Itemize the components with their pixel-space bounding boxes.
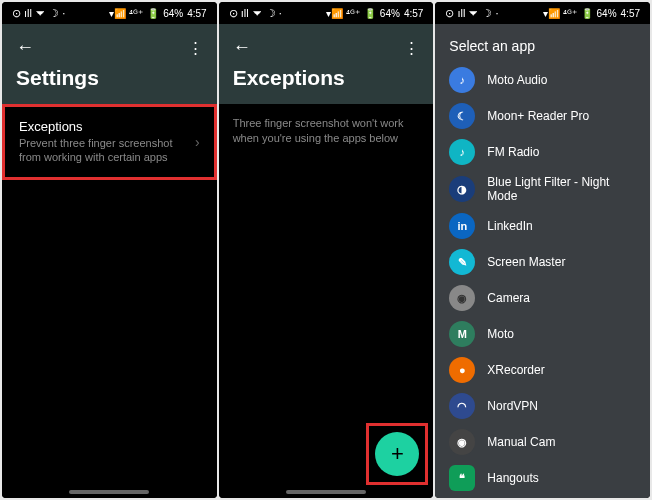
battery-text: 64% — [380, 8, 400, 19]
status-bar: ⊙ ıll ⏷ ☽ · ▾📶 ⁴ᴳ⁺ 🔋 64% 4:57 — [2, 2, 217, 24]
battery-text: 64% — [163, 8, 183, 19]
app-bar: ← ⋮ Settings — [2, 24, 217, 104]
status-icons-left: ⊙ ıll ⏷ ☽ · — [229, 7, 282, 20]
battery-text: 64% — [597, 8, 617, 19]
sheet-title: Select an app — [435, 34, 650, 62]
screen-settings: ⊙ ıll ⏷ ☽ · ▾📶 ⁴ᴳ⁺ 🔋 64% 4:57 ← ⋮ Settin… — [2, 2, 217, 498]
signal-icon: ▾📶 ⁴ᴳ⁺ — [109, 8, 143, 19]
app-row[interactable]: ✎Screen Master — [435, 244, 650, 280]
app-name-label: Screen Master — [487, 255, 565, 269]
app-icon: ◠ — [449, 393, 475, 419]
back-icon[interactable]: ← — [233, 38, 251, 56]
clock-text: 4:57 — [187, 8, 206, 19]
signal-icon: ▾📶 ⁴ᴳ⁺ — [326, 8, 360, 19]
signal-icon: ▾📶 ⁴ᴳ⁺ — [543, 8, 577, 19]
app-name-label: Moto — [487, 327, 514, 341]
content-area: Three finger screenshot won't work when … — [219, 104, 434, 498]
app-row[interactable]: ☾Moon+ Reader Pro — [435, 98, 650, 134]
highlight-box — [366, 423, 428, 485]
app-name-label: Hangouts — [487, 471, 538, 485]
battery-icon: 🔋 — [364, 8, 376, 19]
app-icon: in — [449, 213, 475, 239]
app-name-label: Moon+ Reader Pro — [487, 109, 589, 123]
app-row[interactable]: inLinkedIn — [435, 208, 650, 244]
status-icons-left: ⊙ ıll ⏷ ☽ · — [12, 7, 65, 20]
nav-handle[interactable] — [69, 490, 149, 494]
app-bar: ← ⋮ Exceptions — [219, 24, 434, 104]
status-bar: ⊙ ıll ⏷ ☽ · ▾📶 ⁴ᴳ⁺ 🔋 64% 4:57 — [219, 2, 434, 24]
nav-handle[interactable] — [286, 490, 366, 494]
app-name-label: Blue Light Filter - Night Mode — [487, 175, 636, 203]
app-name-label: Camera — [487, 291, 530, 305]
app-name-label: Moto Audio — [487, 73, 547, 87]
more-icon[interactable]: ⋮ — [404, 40, 419, 55]
battery-icon: 🔋 — [581, 8, 593, 19]
app-name-label: LinkedIn — [487, 219, 532, 233]
app-list[interactable]: ♪Moto Audio☾Moon+ Reader Pro♪FM Radio◑Bl… — [435, 62, 650, 498]
chevron-right-icon: › — [195, 134, 200, 150]
item-title: Exceptions — [19, 119, 195, 134]
app-name-label: XRecorder — [487, 363, 544, 377]
app-row[interactable]: ♪FM Radio — [435, 134, 650, 170]
screen-select-app: ⊙ ıll ⏷ ☽ · ▾📶 ⁴ᴳ⁺ 🔋 64% 4:57 Select an … — [435, 2, 650, 498]
app-icon: ● — [449, 357, 475, 383]
app-name-label: NordVPN — [487, 399, 538, 413]
screen-exceptions: ⊙ ıll ⏷ ☽ · ▾📶 ⁴ᴳ⁺ 🔋 64% 4:57 ← ⋮ Except… — [219, 2, 434, 498]
app-name-label: FM Radio — [487, 145, 539, 159]
app-row[interactable]: ❝Hangouts — [435, 460, 650, 496]
app-icon: ♪ — [449, 67, 475, 93]
app-icon: ◑ — [449, 176, 475, 202]
content-area: Exceptions Prevent three finger screensh… — [2, 104, 217, 498]
app-icon: ❝ — [449, 465, 475, 491]
app-row[interactable]: ◠NordVPN — [435, 388, 650, 424]
description-text: Three finger screenshot won't work when … — [219, 104, 434, 159]
clock-text: 4:57 — [621, 8, 640, 19]
app-row[interactable]: ♪Moto Audio — [435, 62, 650, 98]
app-icon: ✎ — [449, 249, 475, 275]
status-bar: ⊙ ıll ⏷ ☽ · ▾📶 ⁴ᴳ⁺ 🔋 64% 4:57 — [435, 2, 650, 24]
app-name-label: Manual Cam — [487, 435, 555, 449]
page-title: Exceptions — [233, 66, 420, 90]
app-row[interactable]: MMoto — [435, 316, 650, 352]
app-row[interactable]: ◑Blue Light Filter - Night Mode — [435, 170, 650, 208]
app-row[interactable]: +BFrench — [435, 496, 650, 498]
back-icon[interactable]: ← — [16, 38, 34, 56]
status-icons-left: ⊙ ıll ⏷ ☽ · — [445, 7, 498, 20]
page-title: Settings — [16, 66, 203, 90]
app-icon: ♪ — [449, 139, 475, 165]
app-picker-sheet: Select an app ♪Moto Audio☾Moon+ Reader P… — [435, 24, 650, 498]
app-row[interactable]: ◉Manual Cam — [435, 424, 650, 460]
app-icon: ☾ — [449, 103, 475, 129]
app-row[interactable]: ◉Camera — [435, 280, 650, 316]
more-icon[interactable]: ⋮ — [188, 40, 203, 55]
app-icon: ◉ — [449, 429, 475, 455]
clock-text: 4:57 — [404, 8, 423, 19]
app-icon: M — [449, 321, 475, 347]
battery-icon: 🔋 — [147, 8, 159, 19]
item-subtitle: Prevent three finger screenshot from wor… — [19, 136, 195, 165]
app-icon: ◉ — [449, 285, 475, 311]
app-row[interactable]: ●XRecorder — [435, 352, 650, 388]
exceptions-item[interactable]: Exceptions Prevent three finger screensh… — [2, 104, 217, 180]
